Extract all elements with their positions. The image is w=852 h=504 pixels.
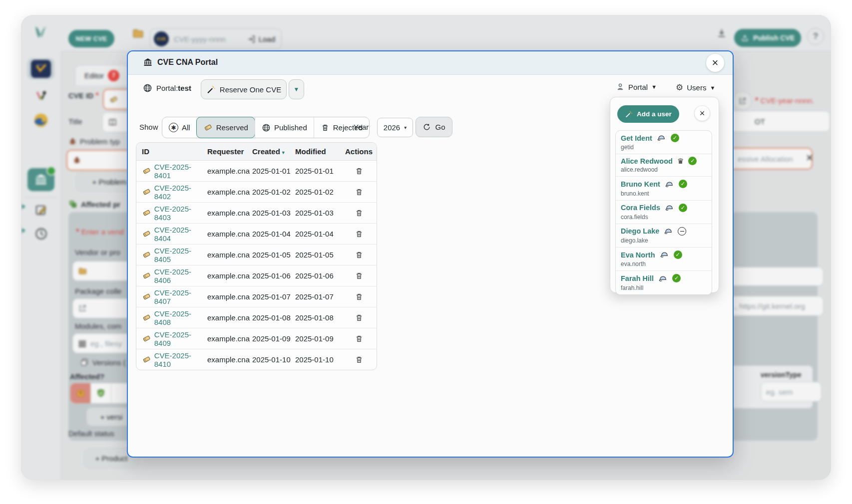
- app-window: NEW CVE CVE Load Publish CVE ? Editor7: [21, 15, 831, 480]
- user-list-item[interactable]: Diego Lake diego.lake: [616, 224, 712, 248]
- add-user-button[interactable]: Add a user: [617, 105, 679, 123]
- requester-cell: example.cna: [207, 167, 252, 175]
- user-name-link[interactable]: Eva North: [621, 251, 655, 259]
- header-actions: Actions: [341, 147, 377, 156]
- filter-published[interactable]: Published: [255, 117, 314, 138]
- user-list-item[interactable]: Eva North ✓ eva.north: [616, 248, 712, 271]
- status-active-icon: ✓: [679, 204, 687, 212]
- modified-cell: 2025-01-10: [295, 355, 341, 364]
- tag-icon: [142, 334, 151, 343]
- user-list-item[interactable]: Get Ident ✓ getid: [616, 131, 712, 154]
- cap-icon: [665, 179, 674, 189]
- year-label: Year: [354, 117, 369, 137]
- user-name-link[interactable]: Diego Lake: [621, 227, 659, 235]
- go-button[interactable]: Go: [416, 117, 452, 137]
- tag-icon: [142, 166, 151, 176]
- cve-cna-portal-dialog: CVE CNA Portal × Portal:test Reserve One…: [127, 50, 734, 458]
- chevron-down-icon: ▾: [404, 125, 407, 130]
- user-name-link[interactable]: Get Ident: [621, 134, 652, 142]
- chevron-down-icon: ▼: [710, 85, 715, 91]
- created-cell: 2025-01-09: [252, 334, 295, 343]
- tag-icon: [142, 250, 151, 259]
- user-name-link[interactable]: Bruno Kent: [621, 180, 660, 188]
- portal-menu[interactable]: Portal▼: [616, 82, 657, 91]
- filter-all[interactable]: ✱All: [162, 117, 197, 138]
- modified-cell: 2025-01-05: [295, 251, 341, 259]
- tag-icon: [142, 229, 151, 239]
- cap-icon: [665, 203, 674, 213]
- delete-cve-button[interactable]: [354, 333, 365, 344]
- users-menu[interactable]: ⚙Users▼: [676, 82, 715, 93]
- user-name-link[interactable]: Alice Redwood: [621, 157, 673, 165]
- cve-id-link[interactable]: CVE-2025-8407: [154, 288, 207, 305]
- trash-icon: [355, 313, 364, 322]
- requester-cell: example.cna: [207, 230, 252, 238]
- user-username: farah.hill: [621, 284, 707, 291]
- modified-cell: 2025-01-03: [295, 209, 341, 217]
- header-created[interactable]: Created▼: [252, 147, 295, 156]
- cve-id-link[interactable]: CVE-2025-8401: [154, 163, 207, 180]
- table-row: CVE-2025-8409 example.cna 2025-01-09 202…: [136, 328, 377, 349]
- close-popover-button[interactable]: ×: [694, 105, 710, 121]
- cve-id-link[interactable]: CVE-2025-8409: [154, 330, 207, 347]
- user-list: Get Ident ✓ getid Alice Redwood ♛ ✓ alic…: [615, 130, 712, 295]
- chevron-down-icon: ▼: [294, 86, 300, 93]
- delete-cve-button[interactable]: [354, 208, 365, 219]
- cve-id-link[interactable]: CVE-2025-8406: [154, 267, 207, 284]
- user-list-item[interactable]: Bruno Kent ✓ bruno.kent: [616, 177, 712, 200]
- trash-icon: [355, 355, 364, 364]
- portal-label: Portal:: [156, 84, 178, 92]
- cve-id-link[interactable]: CVE-2025-8402: [154, 184, 207, 201]
- table-row: CVE-2025-8404 example.cna 2025-01-04 202…: [136, 224, 377, 245]
- delete-cve-button[interactable]: [354, 312, 365, 323]
- delete-cve-button[interactable]: [354, 166, 365, 177]
- year-select[interactable]: 2026▾: [377, 118, 413, 137]
- globe-icon: [262, 123, 271, 132]
- cve-id-link[interactable]: CVE-2025-8403: [154, 205, 207, 222]
- user-name-link[interactable]: Farah Hill: [621, 274, 654, 282]
- cve-id-link[interactable]: CVE-2025-8404: [154, 226, 207, 243]
- delete-cve-button[interactable]: [354, 229, 365, 240]
- modified-cell: 2025-01-08: [295, 313, 341, 322]
- status-suspended-icon: [678, 227, 686, 236]
- crown-icon: ♛: [677, 157, 684, 165]
- modified-cell: 2025-01-04: [295, 230, 341, 238]
- status-active-icon: ✓: [672, 274, 681, 282]
- table-row: CVE-2025-8408 example.cna 2025-01-08 202…: [136, 307, 377, 328]
- created-cell: 2025-01-03: [252, 209, 295, 217]
- cve-id-link[interactable]: CVE-2025-8410: [154, 351, 207, 368]
- created-cell: 2025-01-10: [252, 355, 295, 364]
- delete-cve-button[interactable]: [354, 354, 365, 365]
- user-username: diego.lake: [621, 237, 707, 244]
- requester-cell: example.cna: [207, 251, 252, 259]
- trash-icon: [321, 123, 330, 132]
- reserve-one-cve-button[interactable]: Reserve One CVE: [201, 79, 287, 99]
- user-name-link[interactable]: Cora Fields: [621, 204, 660, 212]
- cve-id-link[interactable]: CVE-2025-8405: [154, 247, 207, 263]
- trash-icon: [355, 271, 364, 280]
- user-username: eva.north: [621, 260, 707, 267]
- trash-icon: [355, 167, 364, 176]
- delete-cve-button[interactable]: [354, 291, 365, 302]
- delete-cve-button[interactable]: [354, 250, 365, 260]
- user-list-item[interactable]: Farah Hill ✓ farah.hill: [616, 271, 712, 294]
- delete-cve-button[interactable]: [354, 270, 365, 281]
- globe-icon: [143, 83, 152, 93]
- status-active-icon: ✓: [674, 251, 682, 259]
- trash-icon: [355, 188, 364, 197]
- close-dialog-button[interactable]: ×: [706, 54, 724, 72]
- reserve-options-dropdown[interactable]: ▼: [289, 79, 304, 99]
- user-list-item[interactable]: Alice Redwood ♛ ✓ alice.redwood: [616, 154, 712, 177]
- filter-reserved[interactable]: Reserved: [196, 117, 255, 138]
- header-id[interactable]: ID: [136, 147, 207, 156]
- cap-icon: [664, 227, 673, 236]
- user-list-item[interactable]: Cora Fields ✓ cora.fields: [616, 201, 712, 224]
- header-requester[interactable]: Requester: [207, 147, 252, 156]
- gear-icon: ⚙: [676, 82, 683, 93]
- created-cell: 2025-01-04: [252, 230, 295, 238]
- delete-cve-button[interactable]: [354, 187, 365, 198]
- status-active-icon: ✓: [679, 180, 687, 188]
- show-label: Show: [139, 117, 158, 137]
- header-modified[interactable]: Modified: [295, 147, 341, 156]
- cve-id-link[interactable]: CVE-2025-8408: [154, 309, 207, 326]
